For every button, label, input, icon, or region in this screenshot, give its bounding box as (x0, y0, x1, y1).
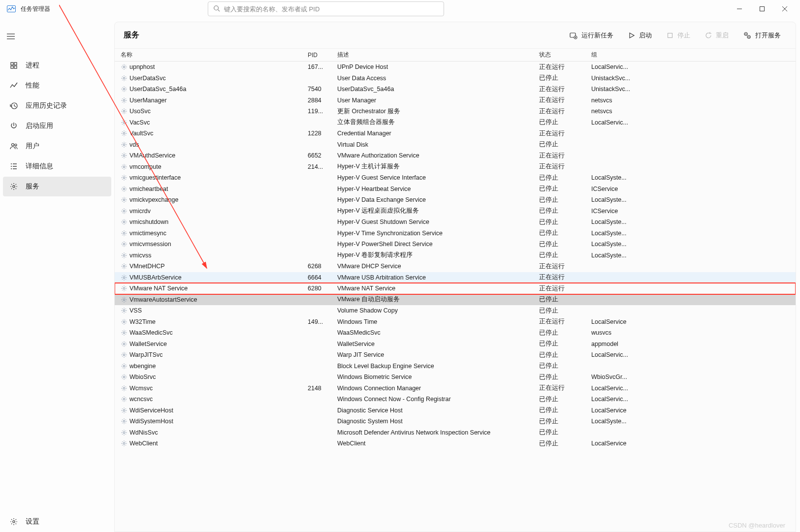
new-task-button[interactable]: 运行新任务 (564, 27, 619, 44)
table-row[interactable]: UserDataSvcUser Data Access已停止UnistackSv… (115, 73, 796, 84)
sidebar-item-label: 设置 (26, 517, 39, 526)
service-icon (121, 374, 128, 380)
table-row[interactable]: WarpJITSvcWarp JIT Service已停止LocalServic… (115, 349, 796, 361)
cell-pid: 119... (306, 108, 335, 115)
cell-group: netsvcs (589, 97, 658, 104)
cell-name: vmicvmsession (119, 241, 306, 248)
col-group[interactable]: 组 (589, 51, 658, 59)
table-row[interactable]: WbioSrvcWindows Biometric Service已停止Wbio… (115, 372, 796, 383)
restart-button[interactable]: 重启 (699, 27, 735, 44)
service-icon (121, 440, 128, 447)
table-row[interactable]: vmictimesyncHyper-V Time Synchronization… (115, 228, 796, 239)
table-row[interactable]: vmicvmsessionHyper-V PowerShell Direct S… (115, 239, 796, 250)
svg-point-41 (123, 122, 125, 124)
stop-button[interactable]: 停止 (661, 27, 696, 44)
cell-status: 正在运行 (537, 152, 589, 160)
table-row[interactable]: VMUSBArbService6664VMware USB Arbitratio… (115, 272, 796, 283)
sidebar-item-startup[interactable]: 启动应用 (3, 116, 111, 136)
table-body[interactable]: upnphost167...UPnP Device Host正在运行LocalS… (115, 62, 796, 532)
svg-point-53 (123, 254, 125, 256)
table-row[interactable]: WdNisSvcMicrosoft Defender Antivirus Net… (115, 427, 796, 438)
close-button[interactable] (773, 1, 796, 17)
start-button[interactable]: 启动 (622, 27, 658, 44)
cell-pid: 7540 (306, 86, 335, 93)
history-icon (9, 102, 19, 110)
cell-pid: 2148 (306, 385, 335, 392)
cell-desc: Hyper-V PowerShell Direct Service (335, 241, 537, 248)
table-row[interactable]: VmwareAutostartServiceVMware 自动启动服务已停止 (115, 294, 796, 306)
cell-group: LocalSyste... (589, 230, 658, 237)
table-row[interactable]: WebClientWebClient已停止LocalService (115, 438, 796, 449)
table-row[interactable]: vmicvssHyper-V 卷影复制请求程序已停止LocalSyste... (115, 250, 796, 261)
col-pid[interactable]: PID (306, 52, 335, 59)
table-row[interactable]: VacSvc立体音频组合器服务已停止LocalServic... (115, 117, 796, 128)
col-status[interactable]: 状态 (537, 51, 589, 59)
action-label: 重启 (716, 31, 729, 40)
search-box[interactable] (208, 1, 444, 16)
hamburger-button[interactable] (1, 28, 21, 45)
window-controls (728, 1, 796, 17)
play-icon (628, 32, 635, 39)
sidebar-item-settings[interactable]: 设置 (3, 512, 111, 532)
cell-name: vds (119, 141, 306, 148)
svg-point-43 (123, 144, 125, 146)
sidebar-item-details[interactable]: 详细信息 (3, 156, 111, 176)
cell-desc: UserDataSvc_5a46a (335, 86, 537, 93)
cell-status: 已停止 (537, 74, 589, 82)
sidebar-item-history[interactable]: 应用历史记录 (3, 96, 111, 116)
sidebar-item-users[interactable]: 用户 (3, 136, 111, 156)
table-row[interactable]: WdiSystemHostDiagnostic System Host已停止Lo… (115, 416, 796, 427)
search-input[interactable] (224, 5, 439, 13)
table-row[interactable]: vmicheartbeatHyper-V Heartbeat Service已停… (115, 184, 796, 195)
cell-status: 已停止 (537, 185, 589, 193)
cell-status: 已停止 (537, 295, 589, 304)
table-row[interactable]: vmcompute214...Hyper-V 主机计算服务正在运行 (115, 161, 796, 173)
svg-point-34 (745, 33, 746, 34)
table-row[interactable]: WalletServiceWalletService已停止appmodel (115, 339, 796, 350)
table-row[interactable]: W32Time149...Windows Time正在运行LocalServic… (115, 316, 796, 328)
table-row[interactable]: VMware NAT Service6280VMware NAT Service… (115, 283, 796, 294)
table-row[interactable]: vmicshutdownHyper-V Guest Shutdown Servi… (115, 217, 796, 228)
open-services-button[interactable]: 打开服务 (737, 27, 787, 44)
table-row[interactable]: vmicguestinterfaceHyper-V Guest Service … (115, 172, 796, 184)
table-row[interactable]: VSSVolume Shadow Copy已停止 (115, 305, 796, 316)
table-row[interactable]: VaultSvc1228Credential Manager正在运行 (115, 128, 796, 139)
cell-name: UserDataSvc_5a46a (119, 86, 306, 93)
table-row[interactable]: UserDataSvc_5a46a7540UserDataSvc_5a46a正在… (115, 84, 796, 95)
cell-desc: VMware 自动启动服务 (335, 295, 537, 304)
table-row[interactable]: UserManager2884User Manager正在运行netsvcs (115, 95, 796, 106)
col-name[interactable]: 名称⌃ (119, 51, 306, 59)
cell-desc: Diagnostic Service Host (335, 407, 537, 414)
cell-name: VaultSvc (119, 130, 306, 137)
sidebar-item-processes[interactable]: 进程 (3, 56, 111, 75)
cell-status: 正在运行 (537, 284, 589, 293)
col-desc[interactable]: 描述 (335, 51, 537, 59)
table-row[interactable]: WaaSMedicSvcWaaSMedicSvc已停止wusvcs (115, 327, 796, 339)
minimize-button[interactable] (728, 1, 751, 17)
service-icon (121, 241, 128, 248)
table-row[interactable]: Wcmsvc2148Windows Connection Manager正在运行… (115, 383, 796, 394)
table-row[interactable]: wcncsvcWindows Connect Now - Config Regi… (115, 394, 796, 405)
sidebar-item-performance[interactable]: 性能 (3, 76, 111, 95)
table-row[interactable]: vmicrdvHyper-V 远程桌面虚拟化服务已停止ICService (115, 206, 796, 217)
cell-desc: User Data Access (335, 75, 537, 82)
cell-pid: 149... (306, 318, 335, 325)
table-row[interactable]: vdsVirtual Disk已停止 (115, 139, 796, 151)
table-row[interactable]: VMAuthdService6652VMware Authorization S… (115, 150, 796, 161)
maximize-button[interactable] (751, 1, 773, 17)
cell-status: 正在运行 (537, 63, 589, 71)
service-icon (121, 97, 128, 104)
table-row[interactable]: WdiServiceHostDiagnostic Service Host已停止… (115, 405, 796, 416)
sidebar-item-services[interactable]: 服务 (3, 177, 111, 196)
table-row[interactable]: wbengineBlock Level Backup Engine Servic… (115, 361, 796, 372)
table-row[interactable]: VMnetDHCP6268VMware DHCP Service正在运行 (115, 261, 796, 272)
svg-point-46 (123, 177, 125, 179)
cell-name: Wcmsvc (119, 385, 306, 392)
cell-name: upnphost (119, 63, 306, 70)
table-header[interactable]: 名称⌃ PID 描述 状态 组 (115, 49, 796, 62)
table-row[interactable]: UsoSvc119...更新 Orchestrator 服务正在运行netsvc… (115, 106, 796, 117)
table-row[interactable]: vmickvpexchangeHyper-V Data Exchange Ser… (115, 194, 796, 206)
table-row[interactable]: upnphost167...UPnP Device Host正在运行LocalS… (115, 62, 796, 73)
cell-status: 正在运行 (537, 262, 589, 271)
cell-desc: VMware USB Arbitration Service (335, 274, 537, 281)
